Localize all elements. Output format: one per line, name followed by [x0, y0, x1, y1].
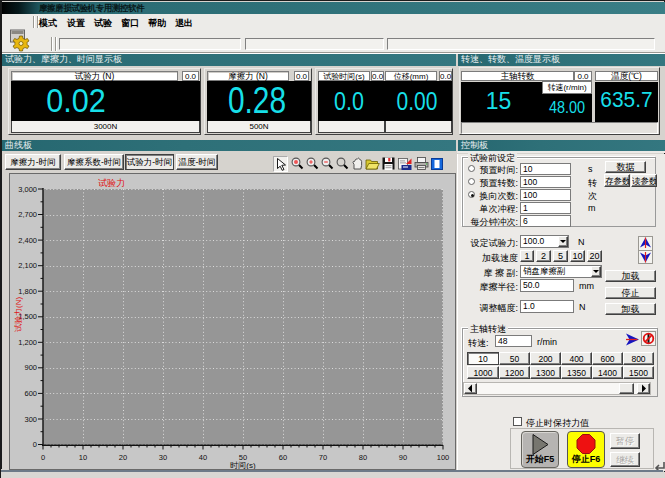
svg-text:10: 10 [79, 453, 87, 462]
svg-text:时间(s): 时间(s) [230, 461, 256, 470]
svg-text:2,400: 2,400 [18, 236, 37, 245]
svg-text:0: 0 [33, 440, 37, 449]
svg-text:1,200: 1,200 [18, 338, 37, 347]
svg-text:20: 20 [119, 453, 127, 462]
svg-text:70: 70 [319, 453, 327, 462]
svg-text:2,700: 2,700 [18, 210, 37, 219]
svg-text:1,800: 1,800 [18, 287, 37, 296]
svg-text:100: 100 [437, 453, 450, 462]
svg-text:80: 80 [359, 453, 367, 462]
svg-text:0: 0 [41, 453, 45, 462]
svg-text:900: 900 [24, 363, 37, 372]
svg-text:60: 60 [279, 453, 287, 462]
svg-text:40: 40 [199, 453, 207, 462]
svg-text:3,000: 3,000 [18, 185, 37, 194]
svg-text:试验力(N): 试验力(N) [14, 297, 23, 332]
svg-text:300: 300 [24, 415, 37, 424]
svg-text:2,100: 2,100 [18, 261, 37, 270]
svg-text:600: 600 [24, 389, 37, 398]
svg-text:试验力: 试验力 [98, 178, 125, 188]
svg-text:90: 90 [399, 453, 407, 462]
svg-text:30: 30 [159, 453, 167, 462]
